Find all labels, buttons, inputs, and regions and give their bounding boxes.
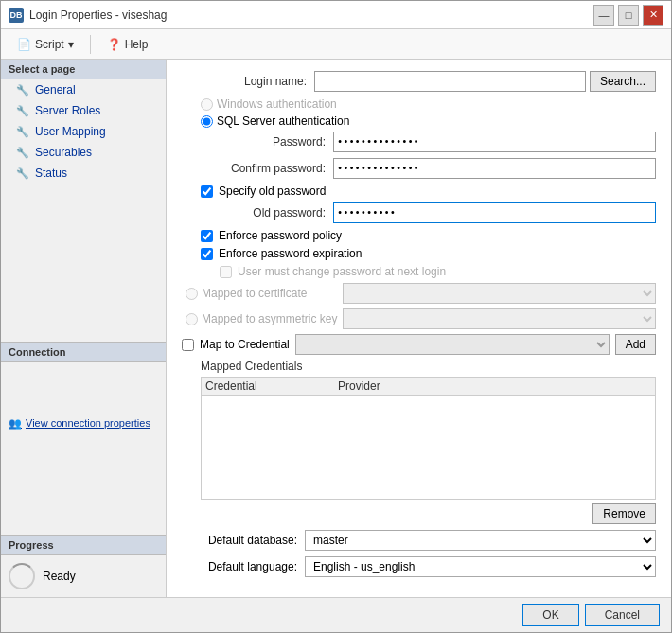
- mapped-key-radio[interactable]: [186, 313, 198, 325]
- progress-content: Ready: [1, 555, 166, 597]
- old-password-row: Old password:: [201, 202, 656, 223]
- map-to-credential-checkbox[interactable]: [182, 339, 194, 351]
- script-dropdown-icon: ▾: [68, 38, 74, 51]
- default-database-row: Default database: master: [182, 530, 656, 551]
- specify-old-password-label: Specify old password: [219, 185, 326, 198]
- confirm-password-input[interactable]: [333, 158, 656, 179]
- remove-button[interactable]: Remove: [592, 503, 656, 524]
- sql-auth-row: SQL Server authentication: [201, 114, 656, 128]
- mapped-credentials-label: Mapped Credentials: [201, 360, 656, 373]
- default-database-select[interactable]: master: [305, 530, 656, 551]
- mapped-key-row: Mapped to asymmetric key: [182, 308, 656, 329]
- sidebar-spacer: [1, 184, 166, 342]
- enforce-policy-label: Enforce password policy: [219, 229, 342, 242]
- progress-section: Progress: [1, 535, 166, 555]
- connection-section: Connection: [1, 342, 166, 362]
- maximize-button[interactable]: □: [618, 5, 639, 26]
- credentials-table: Credential Provider: [201, 377, 656, 500]
- enforce-expiration-checkbox[interactable]: [201, 248, 213, 260]
- default-language-label: Default language:: [182, 560, 305, 573]
- must-change-row: User must change password at next login: [220, 265, 656, 278]
- ready-label: Ready: [43, 570, 76, 583]
- enforce-policy-checkbox[interactable]: [201, 230, 213, 242]
- sidebar-item-user-mapping[interactable]: 🔧 User Mapping: [1, 121, 166, 142]
- mapped-cert-select[interactable]: [343, 283, 656, 304]
- progress-spinner: [9, 563, 35, 589]
- password-row: Password:: [201, 132, 656, 152]
- server-roles-icon: 🔧: [16, 105, 29, 117]
- default-language-select[interactable]: English - us_english: [305, 556, 656, 577]
- sql-auth-label: SQL Server authentication: [217, 114, 349, 128]
- main-panel: Login name: Search... Windows authentica…: [167, 60, 671, 597]
- mapped-key-select[interactable]: [343, 308, 656, 329]
- window-icon: DB: [9, 8, 24, 23]
- must-change-label: User must change password at next login: [238, 265, 446, 278]
- map-to-credential-label: Map to Credential: [200, 338, 290, 351]
- must-change-checkbox[interactable]: [220, 266, 232, 278]
- provider-column-header: Provider: [338, 379, 651, 393]
- cred-table-body: [202, 396, 655, 490]
- confirm-password-label: Confirm password:: [201, 162, 333, 175]
- script-icon: 📄: [17, 38, 31, 51]
- script-button[interactable]: 📄 Script ▾: [9, 34, 82, 55]
- ok-button[interactable]: OK: [522, 604, 578, 626]
- enforce-expiration-row: Enforce password expiration: [201, 247, 656, 260]
- login-name-row: Login name: Search...: [182, 71, 656, 92]
- window-title: Login Properties - viseshag: [29, 9, 167, 22]
- help-button[interactable]: ❓ Help: [98, 34, 157, 55]
- content-area: Select a page 🔧 General 🔧 Server Roles 🔧…: [1, 60, 671, 597]
- sidebar-item-server-roles[interactable]: 🔧 Server Roles: [1, 100, 166, 121]
- footer: OK Cancel: [1, 597, 671, 632]
- title-controls: — □ ✕: [593, 5, 663, 26]
- mapped-credentials-section: Mapped Credentials Credential Provider R…: [201, 360, 656, 524]
- default-language-row: Default language: English - us_english: [182, 556, 656, 577]
- view-connection-link[interactable]: 👥 View connection properties: [9, 417, 150, 430]
- windows-auth-row: Windows authentication: [201, 97, 656, 111]
- confirm-password-row: Confirm password:: [201, 158, 656, 179]
- default-database-label: Default database:: [182, 534, 305, 547]
- add-credential-button[interactable]: Add: [615, 334, 656, 355]
- general-icon: 🔧: [16, 84, 29, 97]
- connection-icon: 👥: [9, 417, 22, 430]
- toolbar-separator: [90, 35, 91, 54]
- windows-auth-label: Windows authentication: [217, 97, 337, 111]
- credential-column-header: Credential: [205, 379, 338, 393]
- sidebar: Select a page 🔧 General 🔧 Server Roles 🔧…: [1, 60, 167, 597]
- enforce-expiration-label: Enforce password expiration: [219, 247, 362, 260]
- password-label: Password:: [201, 135, 333, 149]
- securables-icon: 🔧: [16, 147, 29, 159]
- title-bar: DB Login Properties - viseshag — □ ✕: [1, 1, 671, 29]
- map-to-credential-select[interactable]: [295, 334, 610, 355]
- windows-auth-radio[interactable]: [201, 98, 213, 111]
- status-icon: 🔧: [16, 167, 29, 180]
- old-password-input[interactable]: [333, 202, 656, 223]
- password-input[interactable]: [333, 132, 656, 152]
- mapped-key-label: Mapped to asymmetric key: [202, 312, 337, 325]
- cancel-button[interactable]: Cancel: [585, 604, 660, 626]
- login-name-label: Login name:: [182, 75, 314, 88]
- sidebar-item-securables[interactable]: 🔧 Securables: [1, 142, 166, 163]
- title-bar-left: DB Login Properties - viseshag: [9, 8, 167, 23]
- mapped-cert-row: Mapped to certificate: [182, 283, 656, 304]
- sidebar-item-general[interactable]: 🔧 General: [1, 79, 166, 100]
- specify-old-password-checkbox[interactable]: [201, 185, 213, 198]
- connection-content: 👥 View connection properties: [1, 362, 166, 536]
- sql-auth-radio[interactable]: [201, 115, 213, 128]
- help-icon: ❓: [107, 38, 121, 51]
- mapped-cert-label: Mapped to certificate: [202, 287, 307, 300]
- close-button[interactable]: ✕: [643, 5, 663, 26]
- login-name-input[interactable]: [314, 71, 586, 92]
- search-button[interactable]: Search...: [590, 71, 656, 92]
- mapped-cert-radio[interactable]: [186, 288, 198, 300]
- minimize-button[interactable]: —: [593, 5, 614, 26]
- cred-table-header: Credential Provider: [202, 378, 655, 396]
- map-to-credential-row: Map to Credential Add: [182, 334, 656, 355]
- main-window: DB Login Properties - viseshag — □ ✕ 📄 S…: [0, 0, 672, 633]
- specify-old-password-row: Specify old password: [201, 185, 656, 198]
- old-password-label: Old password:: [201, 206, 333, 220]
- sidebar-item-status[interactable]: 🔧 Status: [1, 163, 166, 184]
- toolbar: 📄 Script ▾ ❓ Help: [1, 29, 671, 60]
- user-mapping-icon: 🔧: [16, 126, 29, 138]
- enforce-policy-row: Enforce password policy: [201, 229, 656, 242]
- select-page-section: Select a page: [1, 60, 166, 79]
